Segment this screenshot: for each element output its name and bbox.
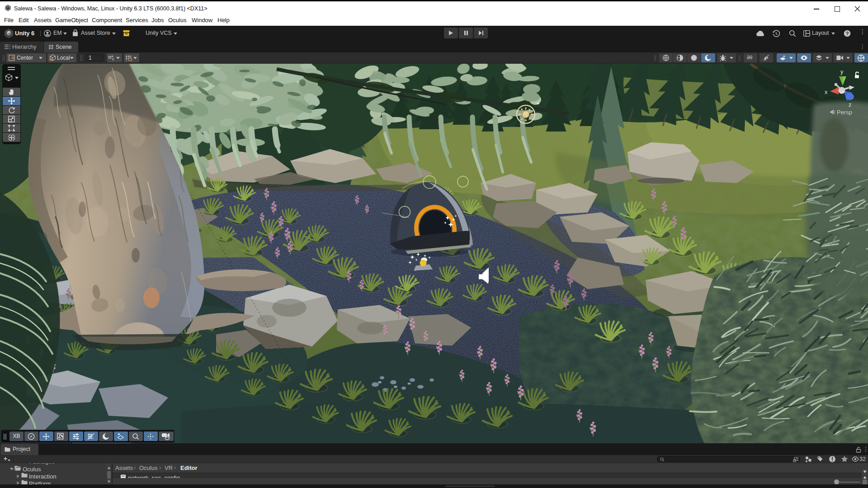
svg-text:y: y bbox=[840, 68, 844, 75]
svg-text:Persp: Persp bbox=[837, 109, 852, 116]
svg-text:x: x bbox=[825, 89, 828, 95]
svg-text:?: ? bbox=[846, 31, 849, 36]
svg-text:z: z bbox=[849, 101, 852, 108]
